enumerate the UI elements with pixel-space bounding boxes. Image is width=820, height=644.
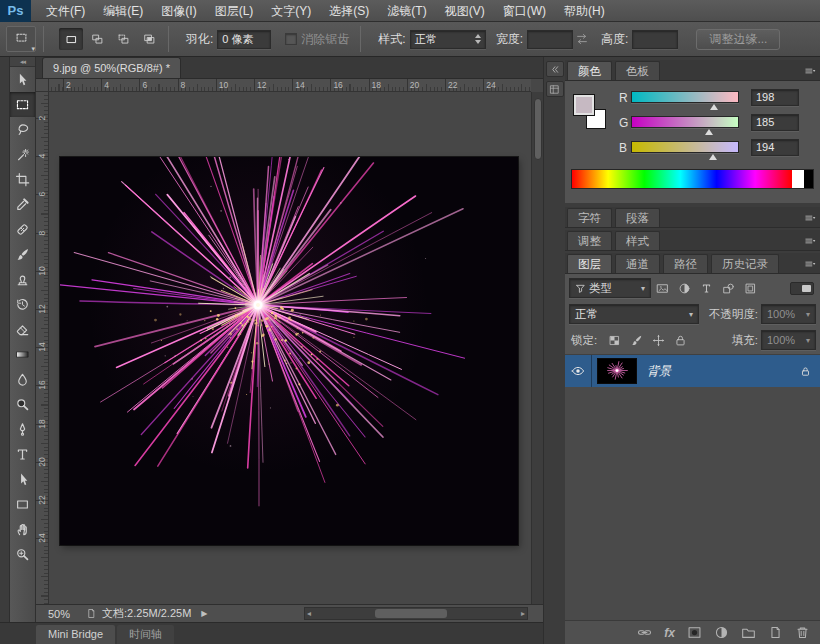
tool-move[interactable]: [10, 67, 35, 92]
filter-toggle-switch[interactable]: [790, 282, 814, 295]
tool-crop[interactable]: [10, 167, 35, 192]
tab-paragraph[interactable]: 段落: [615, 208, 660, 227]
new-group-button[interactable]: [741, 625, 756, 640]
zoom-level[interactable]: 50%: [48, 608, 70, 620]
channel-slider[interactable]: [631, 91, 739, 103]
feather-input[interactable]: [217, 30, 271, 49]
menu-item-edit[interactable]: 编辑(E): [94, 0, 152, 22]
menu-item-filter[interactable]: 滤镜(T): [378, 0, 435, 22]
tool-healing-brush[interactable]: [10, 217, 35, 242]
lock-transparency-icon[interactable]: [605, 331, 623, 349]
tab-styles[interactable]: 样式: [615, 231, 660, 250]
tab-mini-bridge[interactable]: Mini Bridge: [36, 625, 115, 644]
tab-history[interactable]: 历史记录: [711, 254, 779, 273]
layer-filter-select[interactable]: 类型 ▾: [569, 278, 651, 298]
tool-path-selection[interactable]: [10, 467, 35, 492]
tab-color[interactable]: 颜色: [567, 61, 612, 80]
menu-item-type[interactable]: 文字(Y): [262, 0, 320, 22]
filter-kind-smart-object-icon[interactable]: [741, 279, 759, 297]
slider-thumb-icon[interactable]: [709, 154, 717, 160]
menu-item-help[interactable]: 帮助(H): [555, 0, 614, 22]
opacity-select[interactable]: 100% ▾: [761, 304, 816, 324]
tab-character[interactable]: 字符: [567, 208, 612, 227]
vertical-ruler[interactable]: 24681012141618202224: [36, 92, 49, 604]
channel-slider[interactable]: [631, 116, 739, 128]
tool-eyedropper[interactable]: [10, 192, 35, 217]
tab-channels[interactable]: 通道: [615, 254, 660, 273]
fill-select[interactable]: 100% ▾: [761, 330, 816, 350]
filter-kind-type-icon[interactable]: [697, 279, 715, 297]
tool-lasso[interactable]: [10, 117, 35, 142]
spectrum-white-swatch[interactable]: [792, 170, 804, 188]
menu-item-view[interactable]: 视图(V): [436, 0, 494, 22]
height-input[interactable]: [632, 30, 678, 49]
antialias-checkbox[interactable]: [285, 33, 297, 45]
tab-adjustments[interactable]: 调整: [567, 231, 612, 250]
slider-thumb-icon[interactable]: [705, 129, 713, 135]
filter-kind-pixel-icon[interactable]: [653, 279, 671, 297]
filter-kind-shape-icon[interactable]: [719, 279, 737, 297]
menu-item-image[interactable]: 图像(I): [152, 0, 205, 22]
foreground-color-swatch[interactable]: [574, 95, 594, 115]
expand-panels-button[interactable]: [546, 61, 564, 77]
tool-gradient[interactable]: [10, 342, 35, 367]
tool-type[interactable]: [10, 442, 35, 467]
channel-value[interactable]: 185: [751, 114, 799, 131]
tool-zoom[interactable]: [10, 542, 35, 567]
scroll-left-icon[interactable]: ◂: [307, 609, 311, 619]
tab-timeline[interactable]: 时间轴: [117, 625, 174, 644]
horizontal-scroll-thumb[interactable]: [375, 609, 447, 618]
add-to-selection-button[interactable]: [85, 28, 109, 50]
status-menu-arrow-icon[interactable]: ▶: [201, 609, 207, 618]
tool-eraser[interactable]: [10, 317, 35, 342]
panel-menu-icon[interactable]: [804, 212, 816, 224]
horizontal-ruler[interactable]: 24681012141618202224: [49, 79, 531, 92]
new-layer-button[interactable]: [768, 625, 783, 640]
menu-item-select[interactable]: 选择(S): [320, 0, 378, 22]
vertical-scrollbar[interactable]: [531, 92, 543, 604]
new-selection-button[interactable]: [59, 28, 83, 50]
swap-dimensions-icon[interactable]: [575, 32, 589, 46]
blend-mode-select[interactable]: 正常 ▾: [569, 304, 699, 324]
panel-menu-icon[interactable]: [804, 258, 816, 270]
tool-rect-marquee[interactable]: [10, 92, 35, 117]
style-select[interactable]: 正常: [410, 30, 486, 49]
panel-menu-icon[interactable]: [804, 65, 816, 77]
tab-swatches[interactable]: 色板: [615, 61, 660, 80]
scroll-right-icon[interactable]: ▸: [521, 609, 525, 619]
horizontal-scrollbar[interactable]: ◂ ▸: [304, 607, 528, 620]
width-input[interactable]: [527, 30, 573, 49]
tool-clone-stamp[interactable]: [10, 267, 35, 292]
tab-paths[interactable]: 路径: [663, 254, 708, 273]
canvas-viewport[interactable]: [49, 92, 531, 604]
color-spectrum-ramp[interactable]: [571, 169, 814, 189]
layer-row-background[interactable]: 背景: [565, 355, 820, 387]
lock-all-icon[interactable]: [671, 331, 689, 349]
tool-dodge[interactable]: [10, 392, 35, 417]
channel-slider[interactable]: [631, 141, 739, 153]
layer-visibility-toggle[interactable]: [565, 355, 592, 387]
menu-item-window[interactable]: 窗口(W): [494, 0, 555, 22]
tool-hand[interactable]: [10, 517, 35, 542]
tool-brush[interactable]: [10, 242, 35, 267]
document-tab[interactable]: 9.jpg @ 50%(RGB/8#) *: [42, 57, 181, 78]
vertical-scroll-thumb[interactable]: [534, 98, 542, 160]
spectrum-black-swatch[interactable]: [804, 170, 813, 188]
add-layer-mask-button[interactable]: [687, 625, 702, 640]
slider-thumb-icon[interactable]: [710, 104, 718, 110]
layer-style-fx-button[interactable]: fx: [664, 626, 675, 640]
channel-value[interactable]: 198: [751, 89, 799, 106]
menu-item-layer[interactable]: 图层(L): [206, 0, 263, 22]
link-layers-button[interactable]: [637, 625, 652, 640]
channel-value[interactable]: 194: [751, 139, 799, 156]
tab-layers[interactable]: 图层: [567, 254, 612, 273]
intersect-selection-button[interactable]: [137, 28, 161, 50]
collapse-toolbar-icon[interactable]: ◂◂: [10, 57, 35, 67]
layer-thumbnail[interactable]: [597, 358, 637, 384]
tool-pen[interactable]: [10, 417, 35, 442]
menu-item-file[interactable]: 文件(F): [37, 0, 94, 22]
tool-preset-picker[interactable]: ▾: [6, 26, 36, 52]
filter-kind-adjustment-icon[interactable]: [675, 279, 693, 297]
panel-menu-icon[interactable]: [804, 235, 816, 247]
tool-history-brush[interactable]: [10, 292, 35, 317]
